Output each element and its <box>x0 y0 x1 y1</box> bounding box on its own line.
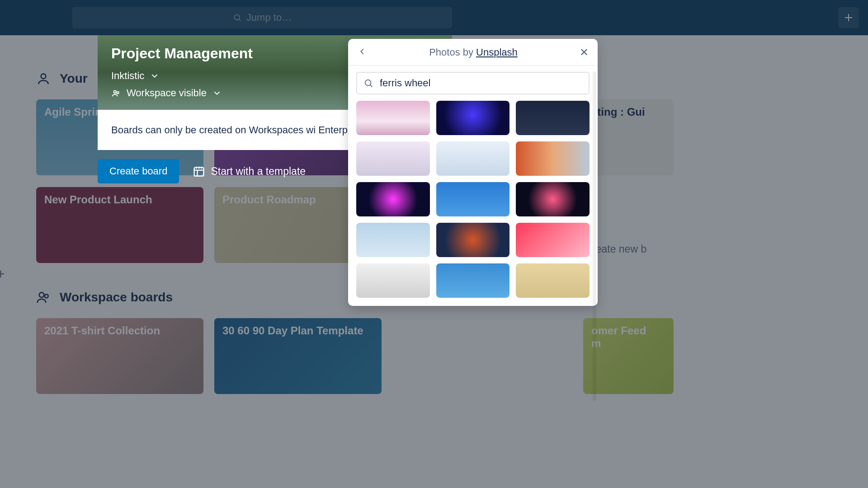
svg-point-15 <box>365 80 371 86</box>
svg-rect-9 <box>194 168 204 176</box>
photo-picker-modal: Photos by Unsplash ✕ <box>348 39 598 306</box>
photo-thumb[interactable] <box>356 263 430 298</box>
unsplash-link[interactable]: Unsplash <box>476 47 518 58</box>
back-button[interactable] <box>357 47 367 58</box>
person-icon <box>36 71 51 86</box>
close-icon[interactable]: ✕ <box>580 46 589 59</box>
people-icon <box>36 290 51 305</box>
photo-thumb[interactable] <box>436 101 510 135</box>
svg-point-4 <box>41 74 46 79</box>
chevron-down-icon <box>150 71 160 81</box>
jump-to-search[interactable]: Jump to… <box>72 7 452 28</box>
photo-grid <box>348 101 598 306</box>
photo-picker-header: Photos by Unsplash ✕ <box>348 39 598 66</box>
create-board-button[interactable]: Create board <box>98 159 179 183</box>
template-icon <box>193 165 205 178</box>
your-boards-title: Your <box>60 71 88 86</box>
board-card-feedback[interactable]: omer Feed m <box>583 318 674 394</box>
board-card-newproduct[interactable]: New Product Launch <box>36 187 203 263</box>
photo-thumb[interactable] <box>436 182 510 216</box>
workspace-boards-title: Workspace boards <box>60 290 173 305</box>
svg-point-8 <box>117 92 119 94</box>
topbar: Jump to… <box>0 0 868 35</box>
photo-thumb[interactable] <box>516 223 590 257</box>
left-plus-icon[interactable]: + <box>0 266 5 282</box>
photo-thumb[interactable] <box>516 101 590 135</box>
chevron-left-icon <box>357 47 367 56</box>
photo-thumb[interactable] <box>436 141 510 176</box>
photo-thumb[interactable] <box>436 223 510 257</box>
photo-search-wrap <box>348 66 598 101</box>
plus-icon <box>843 12 854 23</box>
svg-line-1 <box>239 19 241 21</box>
svg-point-6 <box>45 294 48 298</box>
board-card-tshirt[interactable]: 2021 T-shirt Collection <box>36 318 203 394</box>
create-new-board-tile[interactable]: reate new b <box>592 243 646 255</box>
boards-row-3: 2021 T-shirt Collection 30 60 90 Day Pla… <box>36 318 832 394</box>
jump-to-placeholder: Jump to… <box>246 12 292 23</box>
people-icon <box>111 88 121 98</box>
photo-scrollbar[interactable] <box>593 71 596 401</box>
board-card-3060[interactable]: 30 60 90 Day Plan Template <box>214 318 382 394</box>
photo-thumb[interactable] <box>516 263 590 298</box>
svg-point-0 <box>234 14 240 20</box>
photo-thumb[interactable] <box>516 182 590 216</box>
photo-thumb[interactable] <box>356 101 430 135</box>
photo-thumb[interactable] <box>356 223 430 257</box>
photo-search-input[interactable] <box>380 77 582 89</box>
svg-line-16 <box>370 85 372 87</box>
start-with-template-link[interactable]: Start with a template <box>193 165 306 178</box>
svg-point-7 <box>114 91 117 94</box>
chevron-down-icon <box>212 88 222 98</box>
photo-thumb[interactable] <box>356 141 430 176</box>
search-icon <box>233 13 242 22</box>
photo-thumb[interactable] <box>436 263 510 298</box>
photo-thumb[interactable] <box>356 182 430 216</box>
photo-picker-title: Photos by Unsplash <box>429 47 518 58</box>
svg-point-5 <box>39 292 44 297</box>
photo-thumb[interactable] <box>516 141 590 176</box>
create-plus-button[interactable] <box>838 7 859 28</box>
photo-search[interactable] <box>356 72 590 94</box>
search-icon <box>363 78 373 88</box>
